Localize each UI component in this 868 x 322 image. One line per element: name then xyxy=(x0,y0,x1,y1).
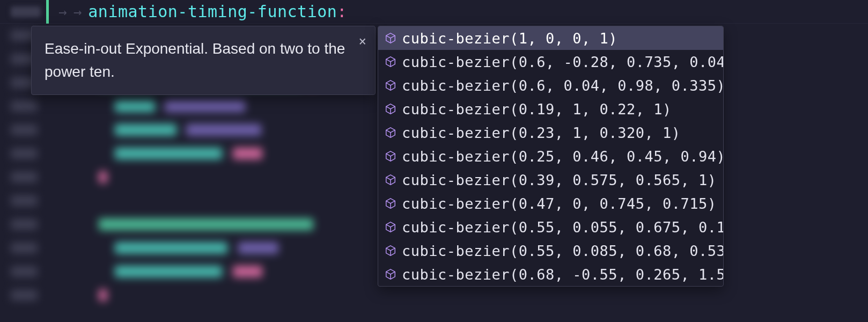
active-line-marker xyxy=(46,0,49,24)
value-cube-icon xyxy=(385,245,396,257)
autocomplete-item-label: cubic-bezier(0.6, -0.28, 0.735, 0.045) xyxy=(402,54,724,70)
editor-background: → → animation-timing-function : × Ease-i… xyxy=(0,0,868,322)
editor-active-line[interactable]: → → animation-timing-function : xyxy=(0,0,868,24)
autocomplete-item-label: cubic-bezier(1, 0, 0, 1) xyxy=(402,30,617,47)
autocomplete-item[interactable]: cubic-bezier(0.23, 1, 0.320, 1) xyxy=(378,121,723,144)
value-cube-icon xyxy=(385,103,396,115)
value-cube-icon xyxy=(385,268,396,280)
value-cube-icon xyxy=(385,150,396,162)
autocomplete-item[interactable]: cubic-bezier(0.55, 0.055, 0.675, 0.19) xyxy=(378,215,723,239)
value-cube-icon xyxy=(385,221,396,233)
indent-arrow-icon: → xyxy=(58,4,67,20)
autocomplete-item[interactable]: cubic-bezier(0.55, 0.085, 0.68, 0.53) xyxy=(378,239,723,262)
autocomplete-item[interactable]: cubic-bezier(0.68, -0.55, 0.265, 1.55) xyxy=(378,262,723,286)
autocomplete-item-label: cubic-bezier(0.19, 1, 0.22, 1) xyxy=(402,101,672,118)
css-property-name: animation-timing-function xyxy=(88,2,337,21)
autocomplete-item[interactable]: cubic-bezier(0.6, -0.28, 0.735, 0.045) xyxy=(378,50,723,74)
value-cube-icon xyxy=(385,197,396,209)
value-cube-icon xyxy=(385,79,396,91)
autocomplete-list[interactable]: cubic-bezier(1, 0, 0, 1) cubic-bezier(0.… xyxy=(378,26,724,287)
autocomplete-item-label: cubic-bezier(0.39, 0.575, 0.565, 1) xyxy=(402,172,716,188)
close-icon[interactable]: × xyxy=(359,35,366,48)
autocomplete-item[interactable]: cubic-bezier(0.47, 0, 0.745, 0.715) xyxy=(378,192,723,215)
autocomplete-item-label: cubic-bezier(0.55, 0.085, 0.68, 0.53) xyxy=(402,243,724,259)
value-cube-icon xyxy=(385,32,396,44)
documentation-text: Ease-in-out Exponential. Based on two to… xyxy=(45,37,362,84)
documentation-popup: × Ease-in-out Exponential. Based on two … xyxy=(31,26,376,95)
autocomplete-item-label: cubic-bezier(0.23, 1, 0.320, 1) xyxy=(402,125,680,141)
autocomplete-item-label: cubic-bezier(0.6, 0.04, 0.98, 0.335) xyxy=(402,77,724,94)
autocomplete-item[interactable]: cubic-bezier(0.6, 0.04, 0.98, 0.335) xyxy=(378,74,723,97)
autocomplete-item[interactable]: cubic-bezier(0.25, 0.46, 0.45, 0.94) xyxy=(378,144,723,168)
value-cube-icon xyxy=(385,174,396,186)
autocomplete-item-label: cubic-bezier(0.25, 0.46, 0.45, 0.94) xyxy=(402,148,724,165)
line-number-gutter xyxy=(11,6,41,17)
value-cube-icon xyxy=(385,127,396,138)
autocomplete-item-label: cubic-bezier(0.55, 0.055, 0.675, 0.19) xyxy=(402,219,724,236)
autocomplete-item[interactable]: cubic-bezier(0.39, 0.575, 0.565, 1) xyxy=(378,168,723,192)
autocomplete-item[interactable]: cubic-bezier(0.19, 1, 0.22, 1) xyxy=(378,97,723,121)
css-colon: : xyxy=(337,2,347,21)
value-cube-icon xyxy=(385,56,396,68)
indent-arrow-icon: → xyxy=(73,4,82,20)
autocomplete-item-label: cubic-bezier(0.68, -0.55, 0.265, 1.55) xyxy=(402,266,724,283)
autocomplete-item[interactable]: cubic-bezier(1, 0, 0, 1) xyxy=(378,26,723,50)
autocomplete-item-label: cubic-bezier(0.47, 0, 0.745, 0.715) xyxy=(402,195,716,212)
